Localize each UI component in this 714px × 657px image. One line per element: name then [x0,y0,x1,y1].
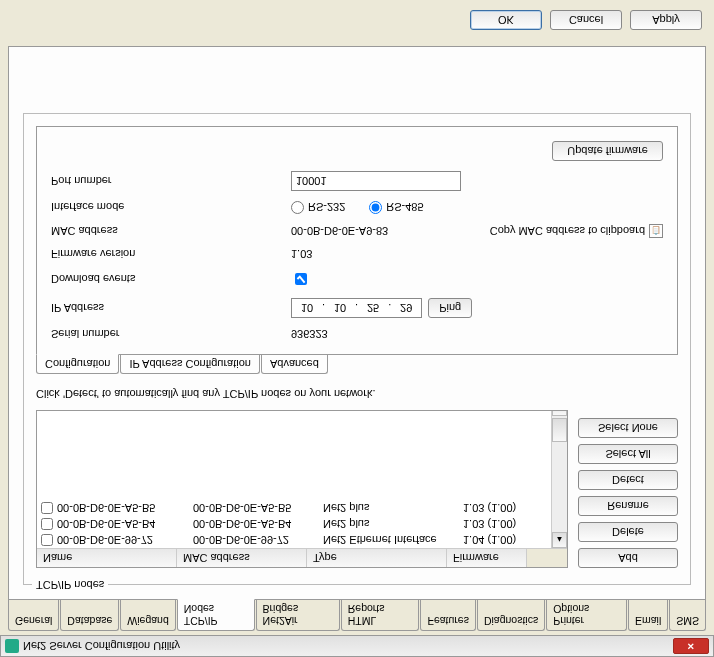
copy-mac-label: Copy MAC address to clipboard [490,225,645,237]
ip-octet-4[interactable] [391,301,421,315]
row-checkbox[interactable] [41,502,53,514]
delete-button[interactable]: Delete [578,522,678,542]
tab-wiegand[interactable]: Wiegand [120,600,175,631]
ping-button[interactable]: Ping [428,298,472,318]
column-mac[interactable]: MAC address [177,549,307,567]
add-button[interactable]: Add [578,548,678,568]
tab-net2air-bridges[interactable]: Net2Air Bridges [256,600,340,631]
table-row[interactable]: 00-0B-D6-0E-A5-B4 00-0B-D6-0E-A5-B4 Net2… [37,516,551,532]
interface-mode-label: Interface mode [51,202,291,214]
serial-number-value: 936323 [291,328,663,340]
table-row[interactable]: 00-0B-D6-0E-A5-B5 00-0B-D6-0E-A5-B5 Net2… [37,500,551,516]
tab-printer-options[interactable]: Printer Options [546,600,627,631]
copy-mac-button[interactable]: Copy MAC address to clipboard 📋 [490,224,663,238]
window-title: Net2 Server Configuration Utility [23,640,673,652]
row-checkbox[interactable] [41,534,53,546]
clipboard-icon: 📋 [649,224,663,238]
tab-database[interactable]: Database [60,600,119,631]
apply-button[interactable]: Apply [630,10,702,30]
select-none-button[interactable]: Select None [578,418,678,438]
table-body: 00-0B-D6-0E-99-72 00-0B-D6-0E-99-72 Net2… [37,410,551,548]
tab-features[interactable]: Features [420,600,475,631]
tab-html-reports[interactable]: HTML Reports [341,600,420,631]
tab-email[interactable]: Email [628,600,668,631]
server-config-window: Net2 Server Configuration Utility ✕ Gene… [0,0,714,657]
column-firmware[interactable]: Firmware [447,549,527,567]
serial-number-label: Serial number [51,328,291,340]
close-icon[interactable]: ✕ [673,638,709,654]
firmware-version-value: 1.03 [291,248,663,260]
inner-tab-ip-address-configuration[interactable]: IP Address Configuration [120,355,259,374]
rs485-radio[interactable]: RS-485 [369,201,423,214]
ip-address-input[interactable]: . . . [291,298,422,318]
scroll-up-icon[interactable]: ▲ [552,532,567,548]
detect-hint: Click 'Detect' to automatically find any… [36,388,678,400]
port-number-label: Port number [51,175,291,187]
table-header: Name MAC address Type Firmware [37,548,567,567]
inner-tab-configuration[interactable]: Configuration [36,354,119,374]
configuration-panel: Serial number 936323 IP Address . . . [36,126,678,355]
tab-tcpip-nodes[interactable]: TCP/IP Nodes [177,599,255,631]
app-icon [5,639,19,653]
ip-octet-1[interactable] [292,301,322,315]
main-tab-strip: General Database Wiegand TCP/IP Nodes Ne… [0,600,714,635]
firmware-version-label: Firmware version [51,248,291,260]
cancel-button[interactable]: Cancel [550,10,622,30]
ip-octet-3[interactable] [358,301,388,315]
select-all-button[interactable]: Select All [578,444,678,464]
tcpip-nodes-panel: TCP/IP nodes Name MAC address Type Firmw… [8,46,706,600]
mac-address-label: MAC address [51,225,291,237]
inner-tab-advanced[interactable]: Advanced [261,355,328,374]
download-events-checkbox[interactable] [295,273,307,285]
mac-address-value: 00-0B-D6-0E-A9-83 [291,225,388,237]
dialog-footer: OK Cancel Apply [0,0,714,38]
rs232-radio[interactable]: RS-232 [291,201,345,214]
ip-address-label: IP Address [51,302,291,314]
inner-tab-strip: Configuration IP Address Configuration A… [36,355,678,374]
port-number-input[interactable] [291,171,461,191]
column-type[interactable]: Type [307,549,447,567]
rename-button[interactable]: Rename [578,496,678,516]
row-checkbox[interactable] [41,518,53,530]
table-scrollbar[interactable]: ▲ ▼ [551,410,567,548]
scroll-down-icon[interactable]: ▼ [552,410,567,416]
column-name[interactable]: Name [37,549,177,567]
scroll-thumb[interactable] [552,418,567,442]
download-events-label: Download events [51,273,291,285]
side-button-column: Add Delete Rename Detect Select All Sele… [578,410,678,568]
table-row[interactable]: 00-0B-D6-0E-99-72 00-0B-D6-0E-99-72 Net2… [37,532,551,548]
ok-button[interactable]: OK [470,10,542,30]
tab-sms[interactable]: SMS [669,600,706,631]
ip-octet-2[interactable] [325,301,355,315]
tab-diagnostics[interactable]: Diagnostics [477,600,545,631]
detect-button[interactable]: Detect [578,470,678,490]
titlebar: Net2 Server Configuration Utility ✕ [0,635,714,657]
fieldset-legend: TCP/IP nodes [32,579,108,591]
tcpip-nodes-fieldset: TCP/IP nodes Name MAC address Type Firmw… [23,113,691,585]
update-firmware-button[interactable]: Update firmware [552,141,663,161]
tab-general[interactable]: General [8,600,59,631]
nodes-table: Name MAC address Type Firmware 00-0B-D6-… [36,410,568,568]
